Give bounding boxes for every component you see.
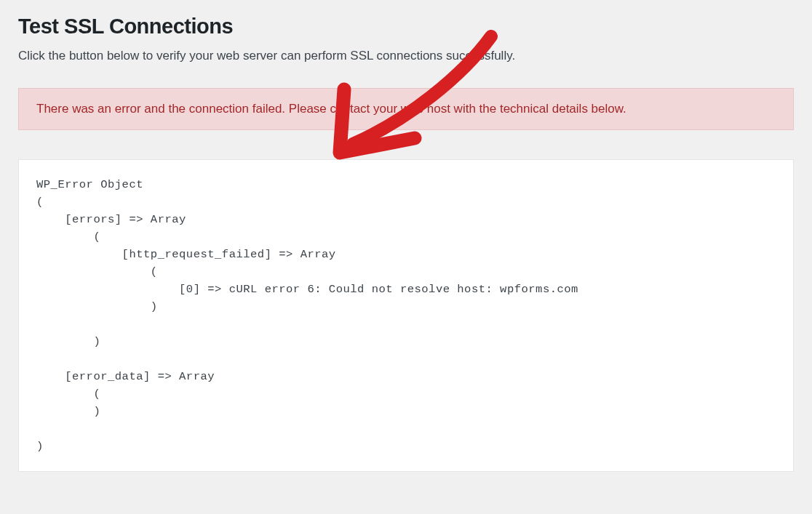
error-alert: There was an error and the connection fa…	[18, 88, 794, 130]
error-details-code: WP_Error Object ( [errors] => Array ( [h…	[18, 159, 794, 472]
page-subtitle: Click the button below to verify your we…	[18, 47, 794, 65]
page-title: Test SSL Connections	[18, 15, 794, 39]
